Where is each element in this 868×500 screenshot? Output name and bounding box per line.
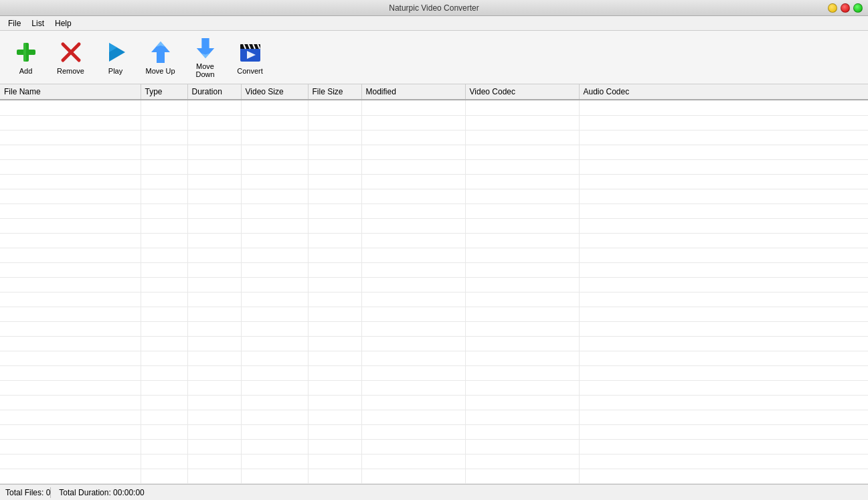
table-row[interactable] — [0, 218, 868, 233]
menu-list[interactable]: List — [26, 17, 50, 29]
remove-label: Remove — [57, 67, 84, 75]
table-scroll-area[interactable] — [0, 100, 868, 484]
play-button[interactable]: Play — [94, 34, 137, 81]
add-label: Add — [19, 67, 33, 75]
col-filesize: File Size — [308, 84, 361, 100]
add-icon — [14, 40, 38, 64]
play-icon — [104, 40, 128, 64]
menu-file[interactable]: File — [3, 17, 26, 29]
convert-label: Convert — [237, 67, 263, 75]
move-down-icon — [193, 37, 218, 60]
main-content: File Name Type Duration Video Size File … — [0, 84, 868, 484]
col-videocodec: Video Codec — [465, 84, 579, 100]
restore-button[interactable] — [841, 3, 850, 13]
table-row[interactable] — [0, 203, 868, 218]
move-down-button[interactable]: Move Down — [183, 34, 227, 81]
table-row[interactable] — [0, 307, 868, 321]
table-row[interactable] — [0, 189, 868, 203]
table-row[interactable] — [0, 262, 868, 277]
table-row[interactable] — [0, 351, 868, 365]
menu-help[interactable]: Help — [50, 17, 77, 29]
status-bar: Total Files: 0 Total Duration: 00:00:00 — [0, 484, 868, 500]
col-duration: Duration — [187, 84, 241, 100]
add-button[interactable]: Add — [4, 34, 48, 81]
menu-bar: File List Help — [0, 16, 868, 31]
move-up-button[interactable]: Move Up — [139, 34, 182, 81]
col-modified: Modified — [361, 84, 465, 100]
minimize-button[interactable] — [828, 3, 837, 13]
table-row[interactable] — [0, 277, 868, 292]
col-audiocodec: Audio Codec — [579, 84, 868, 100]
table-row[interactable] — [0, 365, 868, 380]
table-row[interactable] — [0, 469, 868, 483]
table-row[interactable] — [0, 130, 868, 145]
table-row[interactable] — [0, 424, 868, 439]
remove-icon — [59, 40, 83, 64]
table-row[interactable] — [0, 439, 868, 454]
table-body — [0, 100, 868, 484]
col-type: Type — [141, 84, 187, 100]
convert-button[interactable]: Convert — [228, 34, 272, 81]
move-up-icon — [149, 40, 173, 64]
table-row[interactable] — [0, 395, 868, 410]
table-row[interactable] — [0, 292, 868, 307]
status-divider — [50, 487, 51, 498]
toolbar: Add Remove Play Move Up — [0, 31, 868, 84]
window-controls — [828, 3, 863, 13]
table-row[interactable] — [0, 174, 868, 189]
svg-rect-2 — [23, 43, 26, 62]
table-row[interactable] — [0, 233, 868, 248]
table-row[interactable] — [0, 336, 868, 351]
close-button[interactable] — [853, 3, 863, 13]
remove-button[interactable]: Remove — [49, 34, 92, 81]
title-text: Naturpic Video Converter — [389, 3, 479, 13]
table-row[interactable] — [0, 159, 868, 174]
table-row[interactable] — [0, 248, 868, 262]
total-duration-status: Total Duration: 00:00:00 — [59, 488, 144, 497]
title-bar: Naturpic Video Converter — [0, 0, 868, 16]
table-row[interactable] — [0, 115, 868, 130]
file-table: File Name Type Duration Video Size File … — [0, 84, 868, 100]
table-row[interactable] — [0, 454, 868, 469]
move-up-label: Move Up — [145, 67, 175, 75]
play-label: Play — [108, 67, 122, 75]
table-row[interactable] — [0, 380, 868, 395]
col-videosize: Video Size — [241, 84, 308, 100]
convert-icon — [238, 40, 262, 64]
total-files-status: Total Files: 0 — [5, 488, 50, 497]
col-filename: File Name — [0, 84, 141, 100]
move-down-label: Move Down — [186, 62, 224, 78]
table-row[interactable] — [0, 321, 868, 336]
table-row[interactable] — [0, 410, 868, 424]
table-row[interactable] — [0, 100, 868, 115]
table-row[interactable] — [0, 145, 868, 159]
